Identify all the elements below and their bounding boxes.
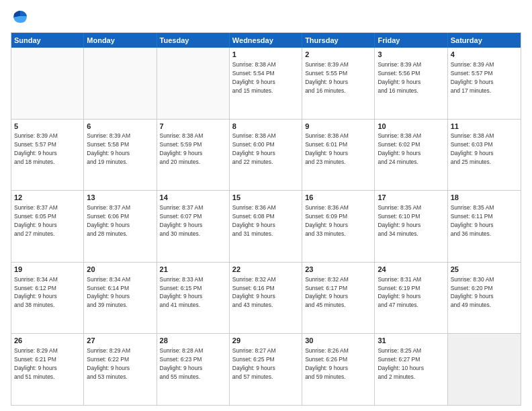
day-info: Sunrise: 8:39 AMSunset: 5:58 PMDaylight:… bbox=[87, 132, 130, 165]
day-number: 13 bbox=[87, 193, 153, 203]
empty-cell-4-6 bbox=[448, 334, 521, 405]
weekday-header-friday: Friday bbox=[375, 33, 447, 48]
day-number: 25 bbox=[451, 265, 518, 275]
day-cell-27: 27Sunrise: 8:29 AMSunset: 6:22 PMDayligh… bbox=[84, 334, 157, 405]
empty-cell-0-1 bbox=[84, 48, 157, 119]
day-number: 9 bbox=[305, 122, 371, 132]
calendar-row-5: 26Sunrise: 8:29 AMSunset: 6:21 PMDayligh… bbox=[11, 333, 521, 405]
day-number: 17 bbox=[378, 193, 444, 203]
day-cell-11: 11Sunrise: 8:38 AMSunset: 6:03 PMDayligh… bbox=[448, 120, 521, 191]
day-cell-3: 3Sunrise: 8:39 AMSunset: 5:56 PMDaylight… bbox=[375, 48, 447, 119]
day-number: 19 bbox=[14, 265, 81, 275]
day-cell-14: 14Sunrise: 8:37 AMSunset: 6:07 PMDayligh… bbox=[157, 191, 230, 262]
calendar: SundayMondayTuesdayWednesdayThursdayFrid… bbox=[11, 32, 521, 406]
day-cell-29: 29Sunrise: 8:27 AMSunset: 6:25 PMDayligh… bbox=[230, 334, 302, 405]
day-number: 16 bbox=[305, 193, 371, 203]
day-number: 20 bbox=[87, 265, 153, 275]
day-cell-20: 20Sunrise: 8:34 AMSunset: 6:14 PMDayligh… bbox=[84, 263, 157, 334]
calendar-row-2: 5Sunrise: 8:39 AMSunset: 5:57 PMDaylight… bbox=[11, 119, 521, 191]
day-info: Sunrise: 8:39 AMSunset: 5:57 PMDaylight:… bbox=[451, 61, 494, 94]
day-cell-8: 8Sunrise: 8:38 AMSunset: 6:00 PMDaylight… bbox=[230, 120, 302, 191]
day-info: Sunrise: 8:32 AMSunset: 6:16 PMDaylight:… bbox=[232, 276, 276, 309]
day-number: 7 bbox=[160, 122, 226, 132]
calendar-row-4: 19Sunrise: 8:34 AMSunset: 6:12 PMDayligh… bbox=[11, 262, 521, 334]
day-cell-12: 12Sunrise: 8:37 AMSunset: 6:05 PMDayligh… bbox=[11, 191, 84, 262]
day-info: Sunrise: 8:35 AMSunset: 6:11 PMDaylight:… bbox=[451, 204, 494, 237]
day-cell-25: 25Sunrise: 8:30 AMSunset: 6:20 PMDayligh… bbox=[448, 263, 521, 334]
day-number: 27 bbox=[87, 336, 153, 346]
weekday-header-saturday: Saturday bbox=[448, 33, 521, 48]
day-number: 6 bbox=[87, 122, 153, 132]
day-info: Sunrise: 8:34 AMSunset: 6:14 PMDaylight:… bbox=[87, 276, 130, 309]
day-number: 26 bbox=[14, 336, 81, 346]
day-number: 22 bbox=[232, 265, 299, 275]
day-info: Sunrise: 8:34 AMSunset: 6:12 PMDaylight:… bbox=[14, 276, 58, 309]
day-info: Sunrise: 8:28 AMSunset: 6:23 PMDaylight:… bbox=[160, 347, 204, 380]
day-info: Sunrise: 8:38 AMSunset: 5:54 PMDaylight:… bbox=[232, 61, 276, 94]
page: SundayMondayTuesdayWednesdayThursdayFrid… bbox=[0, 0, 532, 411]
day-number: 15 bbox=[232, 193, 299, 203]
day-number: 8 bbox=[232, 122, 299, 132]
day-info: Sunrise: 8:36 AMSunset: 6:08 PMDaylight:… bbox=[232, 204, 276, 237]
day-cell-16: 16Sunrise: 8:36 AMSunset: 6:09 PMDayligh… bbox=[302, 191, 375, 262]
day-number: 1 bbox=[232, 50, 299, 60]
day-cell-1: 1Sunrise: 8:38 AMSunset: 5:54 PMDaylight… bbox=[230, 48, 302, 119]
calendar-header: SundayMondayTuesdayWednesdayThursdayFrid… bbox=[11, 33, 521, 48]
day-number: 31 bbox=[378, 336, 444, 346]
day-cell-18: 18Sunrise: 8:35 AMSunset: 6:11 PMDayligh… bbox=[448, 191, 521, 262]
day-number: 23 bbox=[305, 265, 371, 275]
calendar-row-1: 1Sunrise: 8:38 AMSunset: 5:54 PMDaylight… bbox=[11, 48, 521, 119]
logo bbox=[11, 8, 32, 27]
weekday-header-monday: Monday bbox=[84, 33, 157, 48]
day-number: 5 bbox=[14, 122, 81, 132]
day-cell-19: 19Sunrise: 8:34 AMSunset: 6:12 PMDayligh… bbox=[11, 263, 84, 334]
day-info: Sunrise: 8:38 AMSunset: 6:02 PMDaylight:… bbox=[378, 132, 421, 165]
day-number: 3 bbox=[378, 50, 444, 60]
calendar-row-3: 12Sunrise: 8:37 AMSunset: 6:05 PMDayligh… bbox=[11, 190, 521, 262]
day-number: 12 bbox=[14, 193, 81, 203]
day-info: Sunrise: 8:37 AMSunset: 6:07 PMDaylight:… bbox=[160, 204, 204, 237]
day-cell-21: 21Sunrise: 8:33 AMSunset: 6:15 PMDayligh… bbox=[157, 263, 230, 334]
day-cell-9: 9Sunrise: 8:38 AMSunset: 6:01 PMDaylight… bbox=[302, 120, 375, 191]
day-number: 28 bbox=[160, 336, 226, 346]
day-info: Sunrise: 8:31 AMSunset: 6:19 PMDaylight:… bbox=[378, 276, 421, 309]
day-cell-17: 17Sunrise: 8:35 AMSunset: 6:10 PMDayligh… bbox=[375, 191, 447, 262]
day-number: 18 bbox=[451, 193, 518, 203]
day-cell-23: 23Sunrise: 8:32 AMSunset: 6:17 PMDayligh… bbox=[302, 263, 375, 334]
day-info: Sunrise: 8:38 AMSunset: 6:01 PMDaylight:… bbox=[305, 132, 349, 165]
day-cell-5: 5Sunrise: 8:39 AMSunset: 5:57 PMDaylight… bbox=[11, 120, 84, 191]
day-number: 14 bbox=[160, 193, 226, 203]
day-info: Sunrise: 8:33 AMSunset: 6:15 PMDaylight:… bbox=[160, 276, 204, 309]
day-number: 29 bbox=[232, 336, 299, 346]
day-info: Sunrise: 8:36 AMSunset: 6:09 PMDaylight:… bbox=[305, 204, 349, 237]
day-info: Sunrise: 8:29 AMSunset: 6:22 PMDaylight:… bbox=[87, 347, 130, 380]
logo-icon bbox=[11, 8, 30, 27]
day-cell-7: 7Sunrise: 8:38 AMSunset: 5:59 PMDaylight… bbox=[157, 120, 230, 191]
weekday-header-tuesday: Tuesday bbox=[157, 33, 230, 48]
day-cell-2: 2Sunrise: 8:39 AMSunset: 5:55 PMDaylight… bbox=[302, 48, 375, 119]
day-cell-10: 10Sunrise: 8:38 AMSunset: 6:02 PMDayligh… bbox=[375, 120, 447, 191]
weekday-header-sunday: Sunday bbox=[11, 33, 84, 48]
calendar-body: 1Sunrise: 8:38 AMSunset: 5:54 PMDaylight… bbox=[11, 48, 521, 405]
day-info: Sunrise: 8:39 AMSunset: 5:57 PMDaylight:… bbox=[14, 132, 58, 165]
day-info: Sunrise: 8:38 AMSunset: 6:00 PMDaylight:… bbox=[232, 132, 276, 165]
day-cell-26: 26Sunrise: 8:29 AMSunset: 6:21 PMDayligh… bbox=[11, 334, 84, 405]
day-info: Sunrise: 8:38 AMSunset: 5:59 PMDaylight:… bbox=[160, 132, 204, 165]
day-cell-4: 4Sunrise: 8:39 AMSunset: 5:57 PMDaylight… bbox=[448, 48, 521, 119]
day-cell-22: 22Sunrise: 8:32 AMSunset: 6:16 PMDayligh… bbox=[230, 263, 302, 334]
day-info: Sunrise: 8:25 AMSunset: 6:27 PMDaylight:… bbox=[378, 347, 424, 380]
day-info: Sunrise: 8:30 AMSunset: 6:20 PMDaylight:… bbox=[451, 276, 494, 309]
day-cell-6: 6Sunrise: 8:39 AMSunset: 5:58 PMDaylight… bbox=[84, 120, 157, 191]
day-number: 30 bbox=[305, 336, 371, 346]
day-cell-24: 24Sunrise: 8:31 AMSunset: 6:19 PMDayligh… bbox=[375, 263, 447, 334]
weekday-header-wednesday: Wednesday bbox=[230, 33, 302, 48]
day-info: Sunrise: 8:26 AMSunset: 6:26 PMDaylight:… bbox=[305, 347, 349, 380]
day-info: Sunrise: 8:37 AMSunset: 6:05 PMDaylight:… bbox=[14, 204, 58, 237]
day-cell-31: 31Sunrise: 8:25 AMSunset: 6:27 PMDayligh… bbox=[375, 334, 447, 405]
day-number: 4 bbox=[451, 50, 518, 60]
day-number: 11 bbox=[451, 122, 518, 132]
day-info: Sunrise: 8:37 AMSunset: 6:06 PMDaylight:… bbox=[87, 204, 130, 237]
day-cell-13: 13Sunrise: 8:37 AMSunset: 6:06 PMDayligh… bbox=[84, 191, 157, 262]
day-number: 10 bbox=[378, 122, 444, 132]
day-info: Sunrise: 8:27 AMSunset: 6:25 PMDaylight:… bbox=[232, 347, 276, 380]
